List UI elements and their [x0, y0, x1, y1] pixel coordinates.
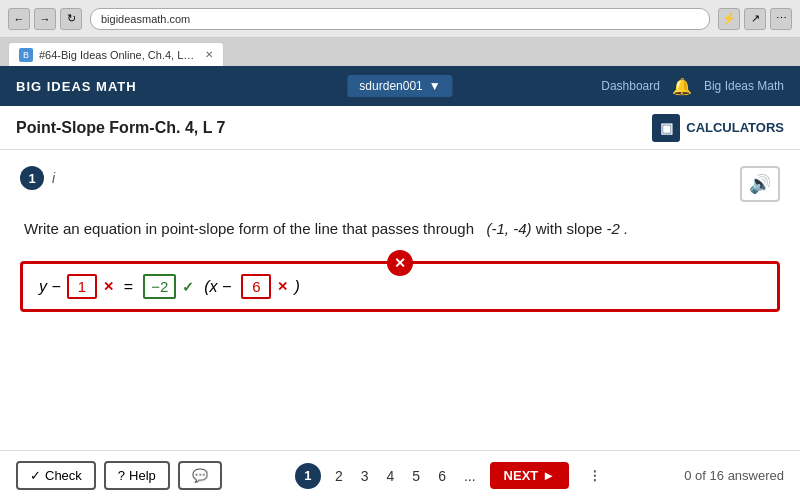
chat-icon: 💬 [192, 468, 208, 483]
calculators-button[interactable]: ▣ CALCULATORS [652, 114, 784, 142]
url-text: bigideasmath.com [101, 13, 190, 25]
problem-text: Write an equation in point-slope form of… [24, 220, 780, 237]
page-title: Point-Slope Form-Ch. 4, L 7 [16, 119, 226, 137]
dashboard-link[interactable]: Dashboard [601, 79, 660, 93]
input-box-1[interactable]: 1 [67, 274, 97, 299]
address-bar[interactable]: bigideasmath.com [90, 8, 710, 30]
next-arrow-icon: ► [542, 468, 555, 483]
tab-label: #64-Big Ideas Online, Ch.4, L7 - Point-S… [39, 49, 199, 61]
page-3-button[interactable]: 3 [357, 464, 373, 488]
next-button[interactable]: NEXT ► [490, 462, 570, 489]
user-dropdown[interactable]: sdurden001 ▼ [347, 75, 452, 97]
next-label: NEXT [504, 468, 539, 483]
page-1-button[interactable]: 1 [295, 463, 321, 489]
problem-point-value: (-1, -4) [487, 220, 532, 237]
forward-button[interactable]: → [34, 8, 56, 30]
problem-slope: -2 . [607, 220, 629, 237]
check-label: Check [45, 468, 82, 483]
calculators-label: CALCULATORS [686, 120, 784, 135]
page-5-button[interactable]: 5 [408, 464, 424, 488]
info-icon: i [52, 170, 55, 186]
problem-point [478, 220, 482, 237]
calculator-icon: ▣ [652, 114, 680, 142]
dropdown-arrow: ▼ [429, 79, 441, 93]
page-2-button[interactable]: 2 [331, 464, 347, 488]
bigideas-link[interactable]: Big Ideas Math [704, 79, 784, 93]
browser-right: ⚡ ↗ ⋯ [718, 8, 792, 30]
browser-controls: ← → ↻ [8, 8, 82, 30]
delete-button[interactable]: ✕ [387, 250, 413, 276]
check-icon: ✓ [30, 468, 41, 483]
page-header: Point-Slope Form-Ch. 4, L 7 ▣ CALCULATOR… [0, 106, 800, 150]
input-value-2: −2 [151, 278, 168, 295]
x-mark-1[interactable]: ✕ [103, 279, 114, 294]
footer-right: 0 of 16 answered [684, 468, 784, 483]
progress-text: 0 of 16 answered [684, 468, 784, 483]
problem-text-before: Write an equation in point-slope form of… [24, 220, 474, 237]
tab-close-button[interactable]: ✕ [205, 49, 213, 60]
app-title: BIG IDEAS MATH [16, 79, 137, 94]
help-icon: ? [118, 468, 125, 483]
browser-chrome: ← → ↻ bigideasmath.com ⚡ ↗ ⋯ [0, 0, 800, 38]
equals-sign: = [124, 278, 133, 296]
check-button[interactable]: ✓ Check [16, 461, 96, 490]
ellipsis: ... [460, 464, 480, 488]
footer: ✓ Check ? Help 💬 1 2 3 4 5 6 ... NEXT ► … [0, 450, 800, 500]
problem-text-middle: with slope [536, 220, 603, 237]
help-button[interactable]: ? Help [104, 461, 170, 490]
content-area: 🔊 1 i Write an equation in point-slope f… [0, 150, 800, 450]
extensions-button[interactable]: ⚡ [718, 8, 740, 30]
tab-favicon: B [19, 48, 33, 62]
footer-left: ✓ Check ? Help 💬 [16, 461, 222, 490]
help-label: Help [129, 468, 156, 483]
chat-button[interactable]: 💬 [178, 461, 222, 490]
input-value-1: 1 [78, 278, 86, 295]
header-center: sdurden001 ▼ [347, 75, 452, 97]
reload-button[interactable]: ↻ [60, 8, 82, 30]
app-header: BIG IDEAS MATH sdurden001 ▼ Dashboard 🔔 … [0, 66, 800, 106]
equation-y: y − [39, 278, 61, 296]
page-6-button[interactable]: 6 [434, 464, 450, 488]
footer-center: 1 2 3 4 5 6 ... NEXT ► ⁝ [222, 460, 684, 492]
input-box-2[interactable]: −2 [143, 274, 176, 299]
paren-x: (x − [204, 278, 231, 296]
active-tab[interactable]: B #64-Big Ideas Online, Ch.4, L7 - Point… [8, 42, 224, 66]
page-1-label: 1 [304, 468, 311, 483]
question-info: 1 i [20, 166, 780, 190]
back-button[interactable]: ← [8, 8, 30, 30]
closing-paren: ) [294, 278, 299, 296]
tab-bar: B #64-Big Ideas Online, Ch.4, L7 - Point… [0, 38, 800, 66]
grid-button[interactable]: ⁝ [579, 460, 611, 492]
share-button[interactable]: ↗ [744, 8, 766, 30]
more-button[interactable]: ⋯ [770, 8, 792, 30]
input-box-3[interactable]: 6 [241, 274, 271, 299]
check-mark-1: ✓ [182, 279, 194, 295]
audio-button[interactable]: 🔊 [740, 166, 780, 202]
answer-container: ✕ y − 1 ✕ = −2 ✓ (x − 6 ✕ ) [20, 261, 780, 312]
page-4-button[interactable]: 4 [383, 464, 399, 488]
question-number: 1 [20, 166, 44, 190]
input-value-3: 6 [252, 278, 260, 295]
header-right: Dashboard 🔔 Big Ideas Math [601, 77, 784, 96]
username: sdurden001 [359, 79, 422, 93]
x-mark-2[interactable]: ✕ [277, 279, 288, 294]
bell-icon[interactable]: 🔔 [672, 77, 692, 96]
